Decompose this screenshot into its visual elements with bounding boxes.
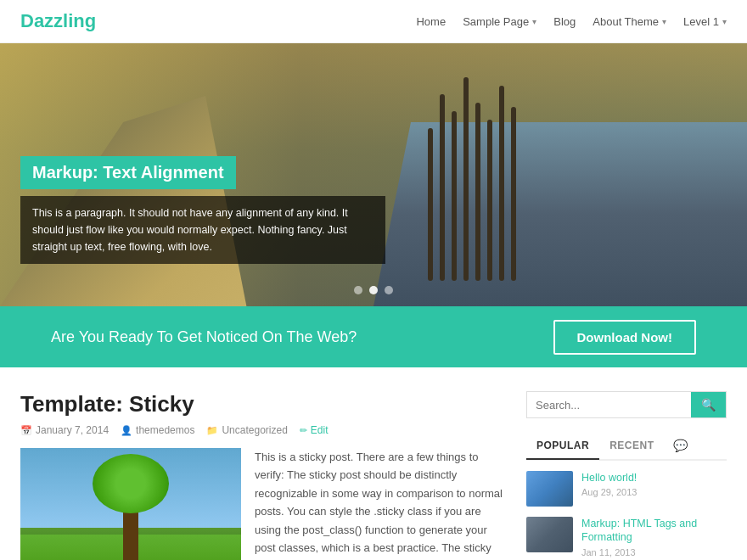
dot-2[interactable] bbox=[369, 286, 378, 294]
nav-item-level-1[interactable]: Level 1▾ bbox=[683, 15, 727, 28]
main-nav: HomeSample Page▾BlogAbout Theme▾Level 1▾ bbox=[416, 15, 727, 28]
cta-banner: Are You Ready To Get Noticed On The Web?… bbox=[0, 306, 747, 367]
search-button[interactable]: 🔍 bbox=[691, 392, 726, 417]
chevron-down-icon: ▾ bbox=[662, 17, 666, 26]
hero-title-box: Markup: Text Alignment bbox=[20, 156, 236, 189]
post-author: 👤 themedemos bbox=[121, 424, 194, 436]
nav-item-home[interactable]: Home bbox=[416, 15, 446, 28]
hero-overlay: Markup: Text Alignment This is a paragra… bbox=[20, 156, 385, 264]
hero-description-box: This is a paragraph. It should not have … bbox=[20, 196, 385, 264]
tab-recent[interactable]: RECENT bbox=[599, 433, 664, 458]
calendar-icon: 📅 bbox=[20, 425, 32, 436]
dot-3[interactable] bbox=[385, 286, 393, 294]
site-logo[interactable]: Dazzling bbox=[20, 10, 96, 32]
search-input[interactable] bbox=[527, 392, 691, 417]
nav-list: HomeSample Page▾BlogAbout Theme▾Level 1▾ bbox=[416, 15, 727, 28]
sidebar-post-thumb bbox=[526, 517, 573, 552]
sidebar-post-item: Hello world! Aug 29, 2013 bbox=[526, 471, 727, 507]
chevron-down-icon: ▾ bbox=[532, 17, 536, 26]
thumb-tree-trunk bbox=[123, 506, 138, 560]
edit-icon: ✏ bbox=[300, 425, 307, 436]
post-category: 📁 Uncategorized bbox=[206, 424, 287, 436]
sidebar-post-info: Hello world! Aug 29, 2013 bbox=[581, 471, 727, 497]
sidebar-post-date: Aug 29, 2013 bbox=[581, 487, 727, 497]
post-date: 📅 January 7, 2014 bbox=[20, 424, 109, 436]
tab-popular[interactable]: POPULAR bbox=[526, 433, 599, 460]
post-meta: 📅 January 7, 2014 👤 themedemos 📁 Uncateg… bbox=[20, 424, 506, 436]
sidebar-post-thumb bbox=[526, 471, 573, 507]
sidebar-post-title[interactable]: Hello world! bbox=[581, 471, 727, 484]
tabs-bar: POPULAR RECENT 💬 bbox=[526, 432, 727, 461]
hero-trees-graphic bbox=[411, 43, 747, 306]
thumb-tree-crown bbox=[93, 454, 169, 513]
dot-1[interactable] bbox=[354, 286, 362, 294]
chevron-down-icon: ▾ bbox=[722, 17, 727, 26]
search-box: 🔍 bbox=[526, 391, 727, 418]
hero-title: Markup: Text Alignment bbox=[32, 163, 224, 182]
sidebar: 🔍 POPULAR RECENT 💬 Hello world! Aug 29, … bbox=[526, 391, 727, 560]
post-body: This is a sticky post. There are a few t… bbox=[20, 448, 506, 560]
post-edit-link[interactable]: ✏ Edit bbox=[300, 424, 329, 436]
nav-item-sample-page[interactable]: Sample Page▾ bbox=[463, 15, 536, 28]
download-now-button[interactable]: Download Now! bbox=[553, 320, 697, 355]
post-excerpt: This is a sticky post. There are a few t… bbox=[255, 448, 506, 560]
sidebar-posts-list: Hello world! Aug 29, 2013 Markup: HTML T… bbox=[526, 471, 727, 560]
cta-text: Are You Ready To Get Noticed On The Web? bbox=[51, 328, 357, 346]
hero-description: This is a paragraph. It should not have … bbox=[32, 204, 374, 255]
user-icon: 👤 bbox=[121, 425, 132, 436]
hero-slider: Markup: Text Alignment This is a paragra… bbox=[0, 43, 747, 306]
nav-item-blog[interactable]: Blog bbox=[553, 15, 576, 28]
post-title: Template: Sticky bbox=[20, 391, 506, 417]
sidebar-post-date: Jan 11, 2013 bbox=[581, 547, 727, 557]
main-wrap: Template: Sticky 📅 January 7, 2014 👤 the… bbox=[0, 367, 747, 560]
sidebar-post-info: Markup: HTML Tags and Formatting Jan 11,… bbox=[581, 517, 727, 557]
content-area: Template: Sticky 📅 January 7, 2014 👤 the… bbox=[20, 391, 506, 560]
nav-item-about-theme[interactable]: About Theme▾ bbox=[593, 15, 666, 28]
slider-dots bbox=[354, 286, 393, 294]
sidebar-post-title[interactable]: Markup: HTML Tags and Formatting bbox=[581, 517, 727, 545]
search-icon: 🔍 bbox=[701, 398, 716, 412]
sidebar-post-item: Markup: HTML Tags and Formatting Jan 11,… bbox=[526, 517, 727, 557]
site-header: Dazzling HomeSample Page▾BlogAbout Theme… bbox=[0, 0, 747, 43]
folder-icon: 📁 bbox=[206, 425, 218, 436]
tab-comments-icon[interactable]: 💬 bbox=[665, 432, 696, 459]
post-thumbnail bbox=[20, 448, 241, 560]
